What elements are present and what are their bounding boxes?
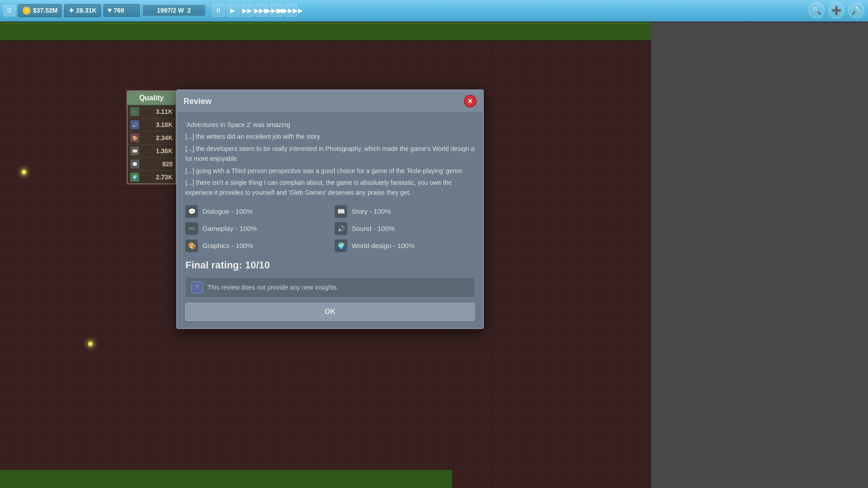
world-design-rating: 🌍 World design - 100%	[335, 239, 475, 252]
fast4-button[interactable]: ▶▶▶▶▶	[284, 4, 297, 17]
date-value: 1997/2 W 2	[157, 7, 191, 14]
dialogue-rating-label: Dialogue - 100%	[203, 207, 253, 215]
dialog-title: Review	[184, 97, 212, 106]
ratings-grid: 💬 Dialogue - 100% 📖 Story - 100% 🎮 Gamep…	[185, 205, 475, 252]
gameplay-rating-icon: 🎮	[185, 222, 198, 235]
sound-rating-icon: 🔊	[335, 222, 347, 235]
green-strip-bottom	[0, 470, 452, 488]
story-quality-icon: 📖	[130, 146, 139, 155]
playback-controls: ⏸ ▶ ▶▶ ▶▶▶ ▶▶▶▶ ▶▶▶▶▶	[212, 4, 297, 17]
menu-button[interactable]: ☰	[4, 5, 15, 16]
review-line-3: [...] the developers seem to be really i…	[185, 144, 475, 164]
topbar: ☰ 🪙 $37.52M ✦ 26.31K ♥ 769 1997/2 W 2 ⏸ …	[0, 0, 868, 22]
fast1-button[interactable]: ▶▶	[241, 4, 254, 17]
fans-stat: ✦ 26.31K	[64, 4, 100, 17]
close-button[interactable]: ✕	[464, 95, 476, 108]
quality-row-dialogue[interactable]: 💬 928	[127, 158, 175, 171]
hype-value: 769	[113, 7, 124, 14]
story-quality-value: 1.36K	[156, 147, 173, 155]
insight-text: This review does not provide any new ins…	[208, 284, 338, 291]
ok-button[interactable]: OK	[185, 303, 475, 321]
graphics-quality-icon: 🎨	[130, 133, 139, 142]
world-design-rating-icon: 🌍	[335, 239, 347, 252]
review-line-2: [...] the writers did an excellent job w…	[185, 131, 475, 141]
review-text: 'Adventures in Space 2' was amazing [...…	[185, 120, 475, 198]
quality-row-sound[interactable]: 🔊 3.18K	[127, 118, 175, 131]
pause-button[interactable]: ⏸	[212, 4, 225, 17]
fans-value: 26.31K	[76, 7, 96, 14]
star-icon: ✦	[68, 6, 74, 15]
final-rating: Final rating: 10/10	[185, 259, 475, 271]
graphics-rating-label: Graphics - 100%	[203, 242, 253, 249]
world-quality-value: 2.73K	[156, 174, 173, 181]
dialog-body: 'Adventures in Space 2' was amazing [...…	[177, 113, 483, 328]
dialogue-quality-value: 928	[162, 160, 173, 168]
heart-icon: ♥	[108, 6, 112, 14]
dialogue-rating: 💬 Dialogue - 100%	[185, 205, 326, 218]
dialogue-rating-icon: 💬	[185, 205, 198, 218]
insight-row: ? This review does not provide any new i…	[185, 277, 475, 297]
world-quality-icon: 🌍	[130, 173, 139, 182]
quality-row-world[interactable]: 🌍 2.73K	[127, 171, 175, 183]
sound-quality-icon: 🔊	[130, 120, 139, 129]
quality-panel-header: Quality	[127, 91, 175, 105]
money-icon: 🪙	[22, 6, 31, 15]
gameplay-quality-value: 3.11K	[156, 108, 173, 115]
sound-rating: 🔊 Sound - 100%	[335, 222, 475, 235]
world-design-rating-label: World design - 100%	[352, 242, 415, 249]
money-value: $37.52M	[33, 7, 57, 14]
zoom-button[interactable]: 🔎	[848, 2, 864, 19]
hype-stat: ♥ 769	[104, 4, 140, 17]
story-rating-icon: 📖	[335, 205, 347, 218]
review-line-1: 'Adventures in Space 2' was amazing	[185, 120, 475, 130]
deco-light-1	[21, 169, 27, 175]
review-dialog: Review ✕ 'Adventures in Space 2' was ama…	[176, 89, 484, 329]
deco-light-2	[88, 341, 93, 347]
review-line-5: [...] there isn't a single thing I can c…	[185, 178, 475, 198]
right-panel	[651, 23, 868, 488]
review-line-4: [...] going with a Third person perspect…	[185, 166, 475, 176]
graphics-rating-icon: 🎨	[185, 239, 198, 252]
menu-icon: ☰	[7, 7, 12, 14]
graphics-quality-value: 2.34K	[156, 134, 173, 141]
graphics-rating: 🎨 Graphics - 100%	[185, 239, 326, 252]
dialogue-quality-icon: 💬	[130, 160, 139, 169]
quality-panel: Quality 🎮 3.11K 🔊 3.18K 🎨 2.34K 📖 1.36K …	[127, 90, 176, 184]
story-rating-label: Story - 100%	[352, 207, 391, 215]
gameplay-rating: 🎮 Gameplay - 100%	[185, 222, 326, 235]
play-button[interactable]: ▶	[226, 4, 239, 17]
story-rating: 📖 Story - 100%	[335, 205, 475, 218]
gameplay-quality-icon: 🎮	[130, 107, 139, 116]
date-display: 1997/2 W 2	[142, 5, 206, 16]
money-stat: 🪙 $37.52M	[18, 4, 61, 17]
quality-row-graphics[interactable]: 🎨 2.34K	[127, 131, 175, 145]
gameplay-rating-label: Gameplay - 100%	[203, 225, 257, 232]
quality-row-story[interactable]: 📖 1.36K	[127, 145, 175, 158]
insight-icon: ?	[191, 282, 203, 293]
sound-rating-label: Sound - 100%	[352, 225, 395, 232]
sound-quality-value: 3.18K	[156, 121, 173, 128]
quality-row-gameplay[interactable]: 🎮 3.11K	[127, 105, 175, 118]
search-button[interactable]: 🔍	[808, 2, 825, 19]
add-button[interactable]: ➕	[828, 2, 844, 19]
dialog-titlebar: Review ✕	[177, 90, 483, 113]
topbar-right: 🔍 ➕ 🔎	[808, 2, 864, 19]
